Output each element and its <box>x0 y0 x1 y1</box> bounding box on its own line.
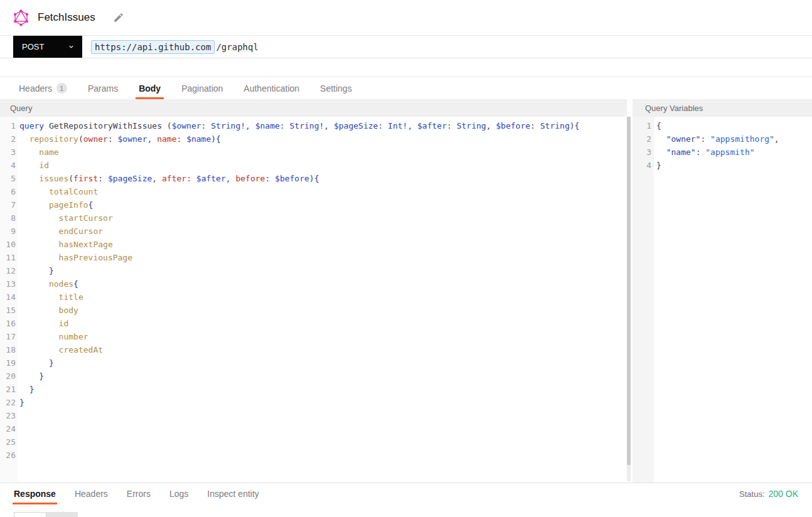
chevron-down-icon <box>68 43 75 50</box>
variables-code-lines[interactable]: 1{2 "owner": "appsmithorg",3 "name": "ap… <box>633 117 812 172</box>
code-line: 24 <box>0 422 627 435</box>
line-content: endCursor <box>16 225 103 238</box>
line-content: { <box>651 119 661 132</box>
page-title: FetchIssues <box>38 11 95 24</box>
line-content: repository(owner: $owner, name: $name){ <box>16 132 221 146</box>
code-line: 17 number <box>0 330 627 343</box>
response-tab-errors[interactable]: Errors <box>127 483 151 504</box>
line-number: 7 <box>0 198 16 211</box>
tab-params[interactable]: Params <box>88 77 118 99</box>
line-number: 25 <box>0 435 16 449</box>
url-host-token[interactable]: https://api.github.com <box>91 40 215 54</box>
active-tab-underline <box>13 503 57 504</box>
line-number: 23 <box>0 409 16 422</box>
tab-label: Headers <box>19 83 52 93</box>
line-content: createdAt <box>16 343 103 356</box>
code-line: 7 pageInfo{ <box>0 198 627 211</box>
editor-scrollbar-track[interactable] <box>627 465 631 481</box>
response-view-toggle-option-1[interactable] <box>14 512 46 517</box>
code-line: 19 } <box>0 356 627 370</box>
query-variables-editor[interactable]: 1{2 "owner": "appsmithorg",3 "name": "ap… <box>633 117 812 482</box>
code-line: 5 issues(first: $pageSize, after: $after… <box>0 172 627 185</box>
line-content <box>16 422 19 435</box>
tab-label: Settings <box>320 83 352 93</box>
code-line: 1query GetRepositoryWithIssues ($owner: … <box>0 119 627 132</box>
request-tabs: Headers1ParamsBodyPaginationAuthenticati… <box>0 77 812 99</box>
line-number: 3 <box>633 146 651 159</box>
code-line: 6 totalCount <box>0 185 627 198</box>
line-number: 8 <box>0 211 16 225</box>
graphql-query-editor[interactable]: 1query GetRepositoryWithIssues ($owner: … <box>0 117 627 482</box>
line-content: "name": "appsmith" <box>651 146 755 159</box>
response-tab-response[interactable]: Response <box>14 483 56 504</box>
code-line: 21 } <box>0 383 627 396</box>
line-number: 10 <box>0 238 16 251</box>
response-tabs-bar: ResponseHeadersErrorsLogsInspect entity … <box>0 482 812 504</box>
tab-settings[interactable]: Settings <box>320 77 352 99</box>
status-label: Status: <box>739 489 764 499</box>
code-line: 12 } <box>0 264 627 277</box>
code-line: 2 "owner": "appsmithorg", <box>633 132 812 146</box>
url-section-divider <box>0 58 812 77</box>
code-line: 3 "name": "appsmith" <box>633 146 812 159</box>
line-content: number <box>16 330 88 343</box>
line-content: title <box>16 290 83 304</box>
response-tab-inspect-entity[interactable]: Inspect entity <box>207 483 259 504</box>
line-content: } <box>16 370 44 383</box>
code-line: 18 createdAt <box>0 343 627 356</box>
response-tab-headers[interactable]: Headers <box>75 483 108 504</box>
line-number: 2 <box>0 132 16 146</box>
tab-count-badge: 1 <box>56 83 67 93</box>
line-number: 22 <box>0 396 16 409</box>
response-tab-logs[interactable]: Logs <box>169 483 188 504</box>
line-number: 4 <box>633 159 651 172</box>
line-number: 20 <box>0 370 16 383</box>
code-line: 16 id <box>0 317 627 330</box>
tab-pagination[interactable]: Pagination <box>181 77 223 99</box>
line-content: startCursor <box>16 211 113 225</box>
tab-headers[interactable]: Headers1 <box>19 77 67 99</box>
line-content: query GetRepositoryWithIssues ($owner: S… <box>16 119 579 132</box>
code-line: 26 <box>0 449 627 462</box>
query-pane-header: Query <box>0 99 627 117</box>
tab-authentication[interactable]: Authentication <box>243 77 299 99</box>
variables-pane-title: Query Variables <box>645 104 703 113</box>
code-line: 11 hasPreviousPage <box>0 251 627 264</box>
response-view-toggle-option-2[interactable] <box>46 512 78 517</box>
line-content: pageInfo{ <box>16 198 93 211</box>
line-number: 26 <box>0 449 16 462</box>
line-number: 14 <box>0 290 16 304</box>
query-code-lines[interactable]: 1query GetRepositoryWithIssues ($owner: … <box>0 117 627 462</box>
line-number: 21 <box>0 383 16 396</box>
line-content: id <box>16 159 49 172</box>
code-line: 13 nodes{ <box>0 277 627 290</box>
variables-pane-header: Query Variables <box>633 99 812 117</box>
url-input[interactable]: https://api.github.com /graphql <box>91 36 812 58</box>
line-content: hasPreviousPage <box>16 251 132 264</box>
code-line: 25 <box>0 435 627 449</box>
line-content: hasNextPage <box>16 238 113 251</box>
line-content: } <box>16 356 54 370</box>
editor-scrollbar[interactable] <box>627 117 631 465</box>
url-path-text[interactable]: /graphql <box>216 41 258 53</box>
line-content: nodes{ <box>16 277 78 290</box>
api-header: FetchIssues <box>0 0 812 36</box>
http-method-label: POST <box>22 42 44 51</box>
tab-body[interactable]: Body <box>139 77 161 99</box>
line-number: 24 <box>0 422 16 435</box>
line-number: 13 <box>0 277 16 290</box>
line-content: } <box>16 264 54 277</box>
line-content: body <box>16 304 78 317</box>
line-number: 3 <box>0 146 16 159</box>
http-method-dropdown[interactable]: POST <box>13 36 82 58</box>
code-line: 20 } <box>0 370 627 383</box>
edit-name-pencil-icon[interactable] <box>113 12 124 23</box>
line-content <box>16 409 19 422</box>
response-view-toggle <box>14 512 812 517</box>
line-content: } <box>16 396 24 409</box>
code-line: 4} <box>633 159 812 172</box>
tab-label: Errors <box>127 489 151 499</box>
line-number: 1 <box>633 119 651 132</box>
code-line: 3 name <box>0 146 627 159</box>
line-number: 9 <box>0 225 16 238</box>
